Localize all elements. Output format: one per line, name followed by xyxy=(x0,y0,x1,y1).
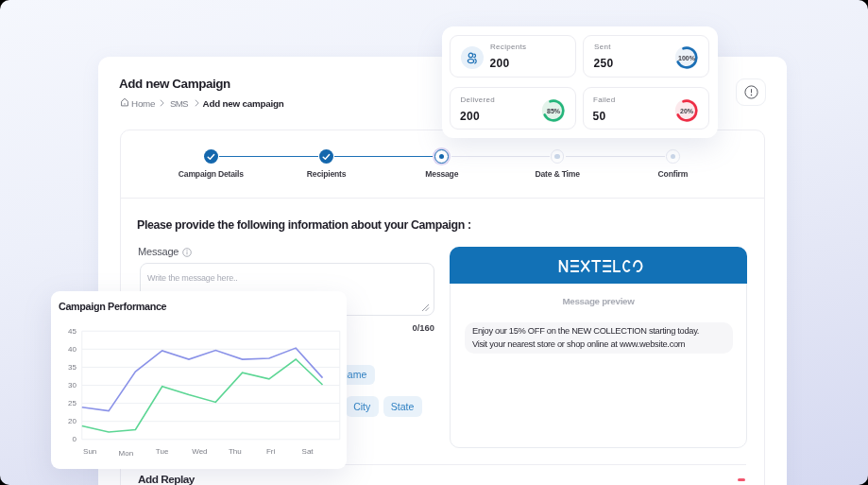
svg-text:35: 35 xyxy=(68,363,77,372)
svg-text:Mon: Mon xyxy=(119,449,134,458)
svg-text:30: 30 xyxy=(68,381,77,390)
svg-text:20: 20 xyxy=(68,417,77,425)
svg-text:0: 0 xyxy=(73,435,77,443)
svg-text:Thu: Thu xyxy=(229,447,242,456)
svg-text:20%: 20% xyxy=(679,108,693,114)
svg-text:40: 40 xyxy=(68,345,77,354)
svg-text:Sat: Sat xyxy=(302,447,315,456)
svg-text:Fri: Fri xyxy=(266,447,276,456)
svg-text:85%: 85% xyxy=(547,107,561,113)
svg-text:25: 25 xyxy=(68,399,77,407)
svg-text:45: 45 xyxy=(68,327,77,336)
svg-text:Wed: Wed xyxy=(192,447,207,456)
svg-text:100%: 100% xyxy=(678,55,696,61)
svg-text:Tue: Tue xyxy=(156,447,169,456)
svg-text:Sun: Sun xyxy=(83,447,96,456)
